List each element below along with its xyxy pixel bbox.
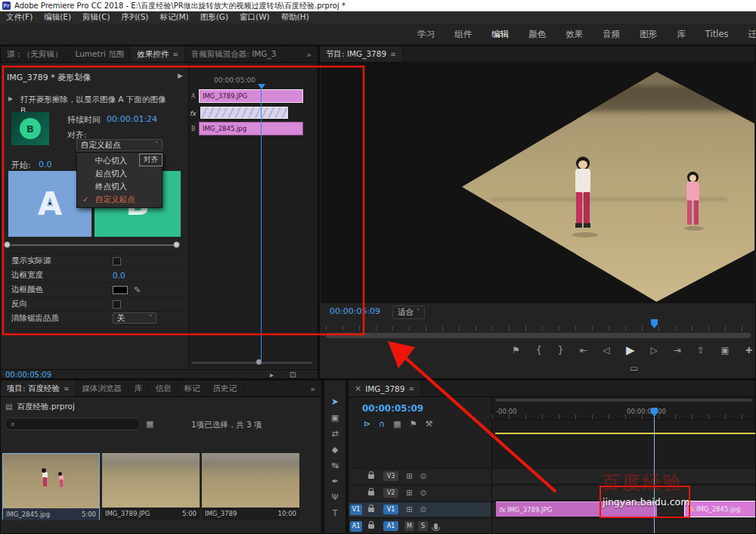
- step-forward-icon[interactable]: ▷: [651, 346, 658, 355]
- border-color-swatch[interactable]: [113, 286, 128, 294]
- track-output-eye-icon[interactable]: ⊙: [420, 506, 426, 514]
- marker-icon[interactable]: ⚑: [410, 420, 417, 428]
- panel-menu-icon[interactable]: ≡: [408, 385, 414, 393]
- selection-tool[interactable]: ➤: [331, 397, 339, 406]
- project-item-1[interactable]: IMG_2845.jpg 5:00: [2, 453, 100, 520]
- menu-item-custom-start[interactable]: ✓自定义起点: [77, 193, 162, 206]
- tab-markers[interactable]: 标记: [178, 380, 206, 396]
- zoom-level-select[interactable]: 适合 ˅: [392, 306, 425, 319]
- mark-out-icon[interactable]: }: [558, 346, 564, 355]
- timeline-settings-icon[interactable]: ⚒: [426, 420, 433, 428]
- track-v3-badge[interactable]: V3: [383, 471, 398, 481]
- transition-twirl-icon[interactable]: ▶: [8, 96, 13, 102]
- slider-end-handle[interactable]: [173, 241, 180, 248]
- track-a1-badge[interactable]: A1: [383, 521, 398, 531]
- slip-tool[interactable]: ↹: [331, 461, 338, 470]
- tab-info[interactable]: 信息: [149, 380, 178, 396]
- tab-libraries[interactable]: 库: [129, 380, 150, 396]
- sync-lock-icon[interactable]: ⊞: [406, 473, 412, 480]
- tab-program-monitor[interactable]: 节目: IMG_3789≡: [320, 46, 403, 62]
- menu-sequence[interactable]: 序列(S): [122, 12, 149, 23]
- go-to-out-icon[interactable]: ⇥: [674, 346, 681, 355]
- alignment-dropdown[interactable]: 自定义起点 ˅: [76, 139, 163, 151]
- track-output-eye-icon[interactable]: ⊙: [420, 489, 426, 497]
- timeline-ruler[interactable]: -00:00 00:00:05:00: [492, 406, 755, 420]
- lock-icon[interactable]: [368, 491, 374, 495]
- hand-tool[interactable]: Ψ: [332, 493, 339, 501]
- menu-item-start-cut[interactable]: 起点切入: [77, 167, 162, 180]
- workspace-editing[interactable]: 编辑: [482, 29, 519, 40]
- lock-icon[interactable]: [368, 524, 374, 529]
- menu-clip[interactable]: 剪辑(C): [82, 12, 110, 23]
- play-transition-icon[interactable]: ▶: [178, 73, 183, 79]
- insert-mode-icon[interactable]: ⊳: [364, 420, 370, 428]
- lock-icon[interactable]: [368, 508, 374, 512]
- mute-button[interactable]: M: [404, 521, 414, 531]
- solo-button[interactable]: S: [418, 521, 428, 531]
- step-back-icon[interactable]: ◁: [603, 346, 610, 355]
- project-search-box[interactable]: ⌕: [5, 418, 141, 430]
- menu-item-end-cut[interactable]: 终点切入: [77, 180, 162, 193]
- track-v2-badge[interactable]: V2: [383, 488, 398, 498]
- track-v1-badge[interactable]: V1: [383, 505, 398, 514]
- fx-timecode[interactable]: 00:00:05:09: [5, 371, 51, 378]
- workspace-assembly[interactable]: 组件: [445, 29, 482, 40]
- project-item-3[interactable]: IMG_3789 10:00: [202, 453, 299, 520]
- menu-markers[interactable]: 标记(M): [160, 12, 188, 23]
- linked-selection-icon[interactable]: ▦: [393, 420, 401, 428]
- track-a1-lane[interactable]: [492, 518, 755, 533]
- play-button[interactable]: ▶: [626, 345, 635, 356]
- start-value[interactable]: 0.0: [39, 160, 52, 169]
- slider-start-handle[interactable]: [4, 241, 11, 248]
- lane-clip-top[interactable]: IMG_3789.JPG: [199, 89, 303, 103]
- compare-view-icon[interactable]: ✚: [745, 346, 752, 355]
- sync-lock-icon[interactable]: ⊞: [406, 489, 412, 497]
- tab-project[interactable]: 项目: 百度经验≡: [1, 380, 76, 396]
- menu-help[interactable]: 帮助(H): [281, 12, 309, 23]
- source-patch-a1[interactable]: A1: [350, 521, 362, 532]
- tab-source-monitor[interactable]: 源：（无剪辑）: [1, 46, 70, 62]
- lane-transition-bar[interactable]: [200, 107, 288, 119]
- menu-edit[interactable]: 编辑(E): [44, 12, 71, 23]
- workspace-clipped[interactable]: 迁: [739, 29, 756, 40]
- snap-icon[interactable]: ∩: [379, 420, 385, 428]
- go-to-in-icon[interactable]: ⇤: [579, 346, 587, 355]
- lift-icon[interactable]: ⇧: [697, 346, 705, 355]
- fx-playhead-line[interactable]: [261, 88, 262, 363]
- menu-graphics[interactable]: 图形(G): [200, 12, 228, 23]
- play-around-icon[interactable]: ▸: [270, 371, 274, 378]
- tab-media-browser[interactable]: 媒体浏览器: [76, 380, 129, 396]
- fx-playhead-marker[interactable]: [258, 84, 265, 89]
- border-width-value[interactable]: 0.0: [113, 271, 125, 280]
- center-point-handle[interactable]: [48, 201, 52, 206]
- workspace-effects[interactable]: 效果: [556, 29, 593, 40]
- program-ruler[interactable]: [326, 320, 751, 331]
- panel-menu-icon[interactable]: ≡: [172, 51, 178, 58]
- razor-tool[interactable]: ◆: [332, 446, 338, 454]
- panel-menu-icon[interactable]: ≡: [390, 51, 396, 58]
- workspace-titles[interactable]: Titles: [696, 29, 739, 39]
- button-editor-icon[interactable]: ▭: [630, 364, 638, 373]
- tab-history[interactable]: 历史记: [206, 380, 243, 396]
- tab-lumetri-scopes[interactable]: Lumetri 范围: [70, 46, 132, 62]
- track-output-eye-icon[interactable]: ⊙: [420, 473, 426, 480]
- tab-audio-mixer[interactable]: 音频剪辑混合器: IMG_3: [185, 46, 284, 62]
- add-marker-icon[interactable]: ⚑: [512, 346, 520, 355]
- show-actual-sources-checkbox[interactable]: [113, 257, 121, 265]
- workspace-graphics[interactable]: 图形: [630, 29, 667, 40]
- menu-window[interactable]: 窗口(W): [240, 12, 270, 23]
- workspace-color[interactable]: 颜色: [519, 29, 556, 40]
- timeline-top-scrollbar[interactable]: [495, 399, 752, 402]
- pen-tool[interactable]: ✒: [331, 477, 338, 486]
- source-patch-v1[interactable]: V1: [350, 505, 362, 515]
- close-icon[interactable]: ×: [355, 384, 361, 393]
- program-timecode[interactable]: 00:00:05:09: [330, 306, 380, 316]
- lock-icon[interactable]: [368, 474, 374, 479]
- progress-slider-track[interactable]: [11, 244, 175, 246]
- tab-overflow[interactable]: »: [301, 46, 318, 62]
- workspace-learning[interactable]: 学习: [407, 29, 445, 40]
- tab-timeline[interactable]: × IMG_3789 ≡: [349, 380, 421, 396]
- project-file-row[interactable]: ▤ 百度经验.prproj: [5, 402, 75, 412]
- type-tool[interactable]: T: [333, 509, 338, 517]
- zoom-fit-icon[interactable]: ⊡: [290, 371, 296, 378]
